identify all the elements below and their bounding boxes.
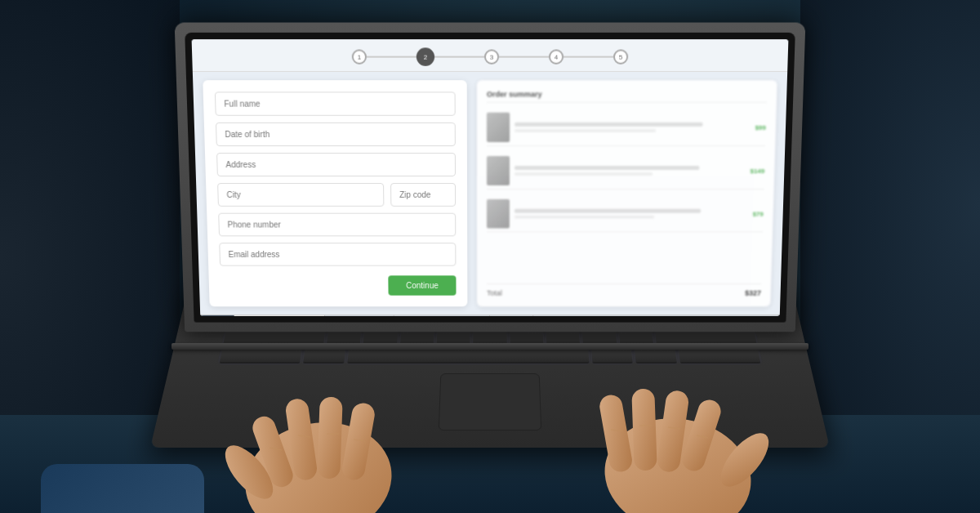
step-4: 4 bbox=[549, 49, 564, 64]
key bbox=[591, 350, 633, 364]
progress-steps: 1 2 3 4 5 bbox=[352, 47, 629, 65]
nav-tab-share[interactable]: Share bbox=[490, 314, 534, 315]
trackpad bbox=[439, 373, 541, 430]
phone-input[interactable] bbox=[218, 213, 456, 237]
product-name-line-1 bbox=[514, 123, 703, 127]
product-panel: Order summary $99 bbox=[477, 80, 777, 306]
product-thumb-2 bbox=[487, 156, 510, 185]
product-price-1: $99 bbox=[755, 123, 766, 131]
email-input[interactable] bbox=[219, 243, 456, 265]
product-panel-title: Order summary bbox=[487, 90, 767, 102]
step-5: 5 bbox=[613, 49, 628, 64]
product-desc-line-3 bbox=[514, 216, 654, 219]
step-1: 1 bbox=[352, 49, 367, 64]
total-price: $327 bbox=[745, 289, 761, 297]
key bbox=[635, 350, 676, 364]
home-nav-button[interactable]: ⌂ bbox=[200, 314, 234, 315]
product-name-line-2 bbox=[514, 166, 699, 170]
address-input[interactable] bbox=[216, 153, 456, 176]
product-name-line-3 bbox=[514, 209, 702, 213]
date-of-birth-input[interactable] bbox=[216, 123, 456, 146]
form-panel: Continue bbox=[203, 80, 467, 306]
product-info-3 bbox=[514, 209, 748, 219]
screen-header: 1 2 3 4 5 bbox=[192, 39, 789, 72]
full-name-input[interactable] bbox=[215, 91, 456, 115]
key-row-space bbox=[220, 350, 761, 364]
step-line-4 bbox=[564, 56, 613, 58]
total-label: Total bbox=[487, 289, 502, 297]
product-info-2 bbox=[514, 166, 746, 176]
product-desc-line-2 bbox=[514, 172, 653, 176]
city-input[interactable] bbox=[217, 183, 384, 207]
scene: 1 2 3 4 5 bbox=[0, 0, 980, 513]
laptop-lid: 1 2 3 4 5 bbox=[175, 23, 806, 332]
product-item-3: $79 bbox=[487, 196, 764, 232]
product-item-1: $99 bbox=[487, 109, 767, 146]
laptop-hinge bbox=[172, 343, 808, 350]
city-zip-row bbox=[217, 183, 456, 207]
laptop-screen: 1 2 3 4 5 bbox=[192, 39, 789, 316]
laptop-screen-container: 1 2 3 4 5 bbox=[175, 23, 806, 332]
step-2-active: 2 bbox=[416, 47, 434, 65]
step-line-1 bbox=[367, 56, 416, 58]
jeans-hint bbox=[41, 464, 204, 513]
product-item-2: $149 bbox=[487, 153, 765, 190]
total-row: Total $327 bbox=[487, 283, 761, 297]
nav-tab-product[interactable]: Product details bbox=[325, 314, 394, 315]
product-desc-line-1 bbox=[514, 129, 656, 132]
key-space bbox=[347, 350, 590, 364]
laptop-wrapper: 1 2 3 4 5 bbox=[0, 0, 980, 513]
product-info-1 bbox=[514, 123, 750, 132]
key-shift bbox=[220, 350, 302, 364]
continue-button[interactable]: Continue bbox=[388, 275, 456, 295]
step-3: 3 bbox=[484, 49, 499, 64]
step-line-3 bbox=[499, 56, 549, 58]
svg-point-5 bbox=[216, 438, 281, 506]
product-price-2: $149 bbox=[750, 167, 764, 175]
product-price-3: $79 bbox=[752, 210, 764, 217]
nav-tab-personal[interactable]: Personal information bbox=[234, 314, 326, 315]
key-shift-r bbox=[678, 350, 760, 364]
screen-body: Continue Order summary bbox=[193, 72, 787, 314]
screen-nav: ⌂ Personal information Product details A… bbox=[200, 314, 780, 316]
product-thumb-1 bbox=[487, 113, 510, 142]
key bbox=[304, 350, 345, 364]
nav-tab-privacy[interactable]: About and privacy effect bbox=[394, 314, 490, 315]
product-thumb-3 bbox=[487, 199, 510, 229]
screen-bezel: 1 2 3 4 5 bbox=[185, 33, 795, 323]
nav-tabs: Personal information Product details Abo… bbox=[234, 314, 780, 315]
svg-line-6 bbox=[270, 448, 282, 450]
step-line-2 bbox=[434, 56, 484, 58]
zip-input[interactable] bbox=[390, 183, 456, 207]
